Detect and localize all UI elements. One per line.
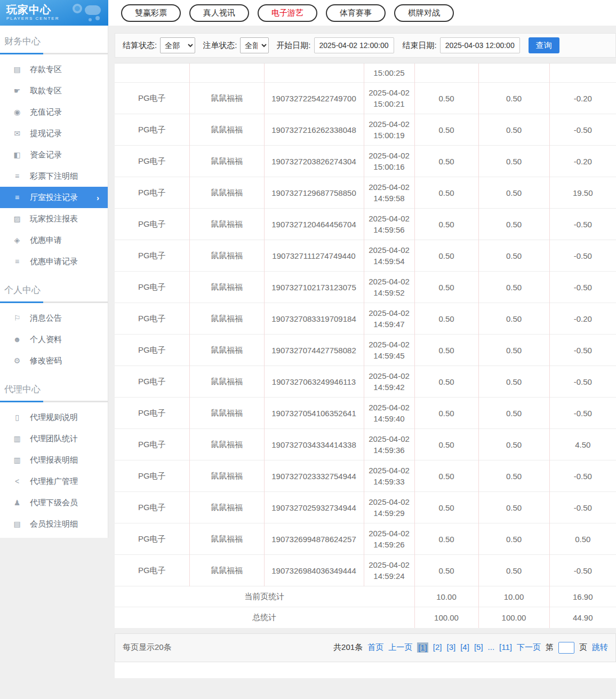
cell-winloss: 19.50 xyxy=(549,177,616,209)
sidebar-item-funds-record[interactable]: ◧ 资金记录 xyxy=(0,144,108,165)
sidebar-section-items: ⚐ 消息公告 ☻ 个人资料 ⚙ 修改密码 xyxy=(0,303,108,374)
cell-provider: PG电子 xyxy=(115,492,189,523)
page-link-11[interactable]: [11] xyxy=(499,642,512,653)
sidebar-item-label: 消息公告 xyxy=(30,313,62,323)
cell-order-id: 1907326984036349444 xyxy=(264,555,364,586)
table-row: PG电子 鼠鼠福福 1907327083319709184 2025-04-02… xyxy=(115,303,616,335)
sidebar-item-recharge-record[interactable]: ◉ 充值记录 xyxy=(0,101,108,123)
cell-time: 2025-04-0214:59:29 xyxy=(364,492,414,523)
pager-controls: 共201条 首页 上一页 [1][2][3][4][5]...[11] 下一页 … xyxy=(333,642,608,654)
sidebar-item-withdraw[interactable]: ☛ 取款专区 xyxy=(0,80,108,101)
bet-records-table: 15:00:25 PG电子 鼠鼠福福 1907327225422749700 2… xyxy=(115,63,616,628)
cell-bet: 0.50 xyxy=(414,146,478,177)
page-link-1[interactable]: [1] xyxy=(417,642,428,653)
page-link-3[interactable]: [3] xyxy=(447,642,456,653)
tab-棋牌对战[interactable]: 棋牌对战 xyxy=(394,4,454,22)
page-link-2[interactable]: [2] xyxy=(433,642,442,653)
sidebar-gray-fill xyxy=(0,538,108,699)
order-status-select[interactable]: 全部 xyxy=(240,37,269,53)
query-button[interactable]: 查询 xyxy=(529,37,559,53)
first-page-link[interactable]: 首页 xyxy=(367,642,383,653)
page-link-4[interactable]: [4] xyxy=(460,642,469,653)
cell-winloss: -0.20 xyxy=(549,83,616,114)
gamepad-icon xyxy=(67,2,104,23)
tab-电子游艺[interactable]: 电子游艺 xyxy=(258,4,317,22)
sidebar-section: 代理中心 ▯ 代理规则说明 ▥ 代理团队统计 ▥ 代理报表明细 < 代理推广管理… xyxy=(0,374,108,538)
cell-time: 2025-04-0214:59:33 xyxy=(364,460,414,492)
cell-winloss: -0.20 xyxy=(549,146,616,177)
sidebar-item-profile[interactable]: ☻ 个人资料 xyxy=(0,329,108,350)
table-row: PG电子 鼠鼠福福 1907327111274749440 2025-04-02… xyxy=(115,240,616,272)
summary-winloss: 44.90 xyxy=(549,607,616,628)
cell-game: 鼠鼠福福 xyxy=(189,83,264,114)
sidebar-item-label: 充值记录 xyxy=(30,107,62,117)
cell-winloss: -0.50 xyxy=(549,335,616,366)
start-date-input[interactable] xyxy=(314,37,394,53)
summary-row: 总统计 100.00 100.00 44.90 xyxy=(115,607,616,628)
cell-valid-bet xyxy=(478,63,549,83)
sidebar-item-messages[interactable]: ⚐ 消息公告 xyxy=(0,307,108,329)
cell-time: 2025-04-0214:59:45 xyxy=(364,335,414,366)
end-date-input[interactable] xyxy=(440,37,520,53)
cell-bet: 0.50 xyxy=(414,303,478,335)
page-link-5[interactable]: [5] xyxy=(474,642,483,653)
table-body: 15:00:25 PG电子 鼠鼠福福 1907327225422749700 2… xyxy=(115,63,616,628)
sidebar-item-member-bet-detail[interactable]: ▤ 会员投注明细 xyxy=(0,513,108,535)
cell-time: 2025-04-0214:59:24 xyxy=(364,555,414,586)
sidebar-item-change-password[interactable]: ⚙ 修改密码 xyxy=(0,350,108,371)
cell-game: 鼠鼠福福 xyxy=(189,492,264,523)
sidebar-sections: 财务中心 ▤ 存款专区 ☛ 取款专区 ◉ 充值记录 ✉ 提现记录 ◧ 资金记录 … xyxy=(0,26,108,538)
sidebar-item-agent-promotion[interactable]: < 代理推广管理 xyxy=(0,471,108,492)
sidebar-item-deposit[interactable]: ▤ 存款专区 xyxy=(0,59,108,80)
cell-provider xyxy=(115,63,189,83)
cell-winloss: -0.50 xyxy=(549,209,616,240)
tab-雙赢彩票[interactable]: 雙赢彩票 xyxy=(121,4,181,22)
jump-page-input[interactable] xyxy=(558,642,574,654)
deposit-card-icon: ▤ xyxy=(12,65,22,74)
summary-valid-bet: 10.00 xyxy=(478,586,549,607)
cell-game: 鼠鼠福福 xyxy=(189,272,264,303)
cell-provider: PG电子 xyxy=(115,177,189,209)
hall-bet-record-icon: ≡ xyxy=(12,193,22,202)
sidebar-item-agent-team-stats[interactable]: ▥ 代理团队统计 xyxy=(0,428,108,449)
sidebar-item-hall-bet-record[interactable]: ≡ 厅室投注记录 › xyxy=(0,187,108,208)
cell-order-id: 1907327216262338048 xyxy=(264,114,364,146)
game-category-tabbar: 雙赢彩票真人视讯电子游艺体育赛事棋牌对战 xyxy=(108,0,616,26)
sidebar-item-promo-apply[interactable]: ◈ 优惠申请 xyxy=(0,229,108,251)
tab-体育赛事[interactable]: 体育赛事 xyxy=(326,4,386,22)
cell-winloss: -0.50 xyxy=(549,114,616,146)
cell-time: 2025-04-0215:00:16 xyxy=(364,146,414,177)
sidebar-item-agent-sub-members[interactable]: ♟ 代理下级会员 xyxy=(0,492,108,513)
cell-order-id: 1907327063249946113 xyxy=(264,366,364,398)
sidebar-item-promo-apply-record[interactable]: ≡ 优惠申请记录 xyxy=(0,251,108,272)
settle-status-label: 结算状态: xyxy=(123,41,157,51)
cell-order-id: 1907327034334414338 xyxy=(264,429,364,460)
sidebar-item-withdrawal-record[interactable]: ✉ 提现记录 xyxy=(0,123,108,144)
main-content: 雙赢彩票真人视讯电子游艺体育赛事棋牌对战 结算状态: 全部 注单状态: 全部 开… xyxy=(108,0,616,699)
cell-game: 鼠鼠福福 xyxy=(189,366,264,398)
sidebar-item-label: 代理报表明细 xyxy=(30,455,78,465)
gear-icon: ⚙ xyxy=(12,356,22,365)
cell-bet: 0.50 xyxy=(414,366,478,398)
records-table-panel: 15:00:25 PG电子 鼠鼠福福 1907327225422749700 2… xyxy=(115,63,616,628)
table-row: PG电子 鼠鼠福福 1907327216262338048 2025-04-02… xyxy=(115,114,616,146)
cell-winloss: -0.50 xyxy=(549,555,616,586)
sidebar-item-label: 优惠申请 xyxy=(30,235,62,245)
summary-bet: 10.00 xyxy=(414,586,478,607)
jump-button[interactable]: 跳转 xyxy=(592,642,608,653)
sidebar: 玩家中心 PLAYERS CENTER 财务中心 ▤ 存款专区 ☛ 取款专区 ◉… xyxy=(0,0,108,699)
cell-time: 2025-04-0214:59:42 xyxy=(364,366,414,398)
cell-game: 鼠鼠福福 xyxy=(189,114,264,146)
recharge-record-icon: ◉ xyxy=(12,108,22,116)
prev-page-link[interactable]: 上一页 xyxy=(388,642,412,653)
sidebar-item-lottery-bet-detail[interactable]: ≡ 彩票下注明细 xyxy=(0,165,108,187)
cell-winloss: -0.50 xyxy=(549,366,616,398)
tab-真人视讯[interactable]: 真人视讯 xyxy=(189,4,249,22)
sidebar-item-player-bet-report[interactable]: ▨ 玩家投注报表 xyxy=(0,208,108,229)
sidebar-item-label: 会员投注明细 xyxy=(30,519,78,529)
sidebar-item-agent-report-detail[interactable]: ▥ 代理报表明细 xyxy=(0,449,108,471)
cell-game xyxy=(189,63,264,83)
next-page-link[interactable]: 下一页 xyxy=(517,642,541,653)
settle-status-select[interactable]: 全部 xyxy=(160,37,195,53)
sidebar-item-agent-rules[interactable]: ▯ 代理规则说明 xyxy=(0,407,108,428)
